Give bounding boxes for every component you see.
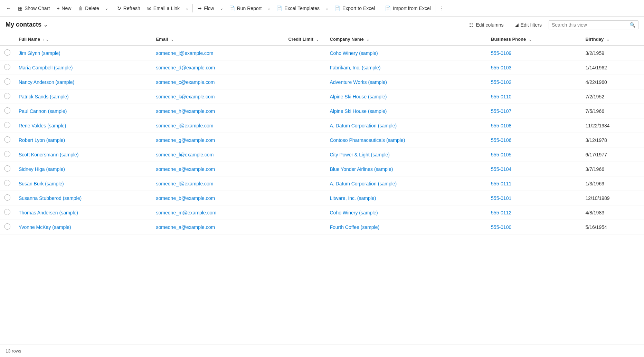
contact-company-link[interactable]: A. Datum Corporation (sample) — [330, 123, 397, 128]
contact-name-link[interactable]: Patrick Sands (sample) — [19, 94, 69, 99]
contact-email-link[interactable]: someone_e@example.com — [156, 166, 215, 172]
flow-button[interactable]: ➥ Flow — [194, 3, 218, 13]
contact-email-link[interactable]: someone_j@example.com — [156, 50, 214, 56]
back-button[interactable]: ← — [3, 3, 15, 13]
contact-email-link[interactable]: someone_c@example.com — [156, 79, 215, 85]
run-report-button[interactable]: 📄 Run Report — [226, 3, 265, 13]
contact-company-link[interactable]: Alpine Ski House (sample) — [330, 108, 387, 114]
row-checkbox[interactable] — [4, 136, 10, 143]
contact-name-link[interactable]: Thomas Andersen (sample) — [19, 210, 78, 215]
row-checkbox[interactable] — [4, 180, 10, 186]
contact-name-link[interactable]: Susanna Stubberod (sample) — [19, 195, 82, 201]
divider-2 — [192, 4, 193, 12]
excel-templates-button[interactable]: 📄 Excel Templates — [273, 3, 323, 13]
contact-company-link[interactable]: Fabrikam, Inc. (sample) — [330, 65, 381, 70]
edit-columns-button[interactable]: ☷ Edit columns — [465, 20, 508, 30]
delete-chevron[interactable]: ⌄ — [103, 3, 111, 13]
col-header-email[interactable]: Email ⌄ — [152, 33, 284, 46]
contact-email-link[interactable]: someone_b@example.com — [156, 195, 215, 201]
contact-phone-link[interactable]: 555-0112 — [491, 210, 511, 215]
select-all-header[interactable] — [0, 33, 15, 46]
contact-name-link[interactable]: Rene Valdes (sample) — [19, 123, 66, 128]
sub-toolbar-right: ☷ Edit columns ◢ Edit filters 🔍 — [465, 20, 638, 30]
back-icon: ← — [6, 6, 11, 11]
contact-phone-link[interactable]: 555-0109 — [491, 50, 511, 56]
col-header-business-phone[interactable]: Business Phone ⌄ — [487, 33, 581, 46]
contact-email-link[interactable]: someone_d@example.com — [156, 65, 215, 70]
contact-name-link[interactable]: Scott Konersmann (sample) — [19, 152, 79, 157]
row-checkbox[interactable] — [4, 122, 10, 128]
row-checkbox[interactable] — [4, 78, 10, 85]
contact-phone-link[interactable]: 555-0108 — [491, 123, 511, 128]
excel-templates-chevron[interactable]: ⌄ — [323, 3, 331, 13]
contact-phone-link[interactable]: 555-0106 — [491, 137, 511, 143]
contact-email-link[interactable]: someone_i@example.com — [156, 123, 214, 128]
email-link-button[interactable]: ✉ Email a Link — [144, 3, 183, 13]
search-input[interactable] — [552, 22, 629, 28]
edit-filters-button[interactable]: ◢ Edit filters — [511, 20, 546, 30]
row-checkbox[interactable] — [4, 93, 10, 99]
contact-name-link[interactable]: Sidney Higa (sample) — [19, 166, 65, 172]
col-header-birthday[interactable]: Birthday ⌄ — [581, 33, 644, 46]
flow-chevron[interactable]: ⌄ — [218, 3, 226, 13]
search-box[interactable]: 🔍 — [549, 20, 638, 29]
contact-phone-link[interactable]: 555-0100 — [491, 224, 511, 230]
run-report-chevron[interactable]: ⌄ — [265, 3, 273, 13]
contact-company-link[interactable]: Coho Winery (sample) — [330, 50, 378, 56]
contact-phone-link[interactable]: 555-0101 — [491, 195, 511, 201]
contact-name-link[interactable]: Paul Cannon (sample) — [19, 108, 67, 114]
contact-name-link[interactable]: Susan Burk (sample) — [19, 181, 64, 186]
contact-name-link[interactable]: Yvonne McKay (sample) — [19, 224, 71, 230]
contact-email-link[interactable]: someone_l@example.com — [156, 181, 214, 186]
export-excel-button[interactable]: 📄 Export to Excel — [331, 3, 378, 13]
col-header-company-name[interactable]: Company Name ⌄ — [326, 33, 487, 46]
contact-phone-link[interactable]: 555-0105 — [491, 152, 511, 157]
row-checkbox[interactable] — [4, 151, 10, 157]
contact-email-link[interactable]: someone_h@example.com — [156, 108, 215, 114]
contact-email-link[interactable]: someone_m@example.com — [156, 210, 217, 215]
contact-email-link[interactable]: someone_k@example.com — [156, 94, 215, 99]
export-icon: 📄 — [334, 6, 340, 11]
contact-company-link[interactable]: Litware, Inc. (sample) — [330, 195, 376, 201]
contact-name-link[interactable]: Robert Lyon (sample) — [19, 137, 65, 143]
contact-company-link[interactable]: Adventure Works (sample) — [330, 79, 387, 85]
contact-email-link[interactable]: someone_g@example.com — [156, 137, 215, 143]
refresh-button[interactable]: ↻ Refresh — [114, 3, 144, 13]
contact-phone-link[interactable]: 555-0104 — [491, 166, 511, 172]
contact-company-link[interactable]: Contoso Pharmaceuticals (sample) — [330, 137, 405, 143]
contact-phone-link[interactable]: 555-0103 — [491, 65, 511, 70]
contact-phone-link[interactable]: 555-0102 — [491, 79, 511, 85]
row-checkbox[interactable] — [4, 49, 10, 56]
contact-phone-link[interactable]: 555-0111 — [491, 181, 511, 186]
contact-phone-link[interactable]: 555-0107 — [491, 108, 511, 114]
delete-button[interactable]: 🗑 Delete — [75, 3, 102, 13]
show-chart-button[interactable]: ▦ Show Chart — [15, 3, 53, 13]
contact-email-link[interactable]: someone_a@example.com — [156, 224, 215, 230]
contact-name-link[interactable]: Jim Glynn (sample) — [19, 50, 60, 56]
contact-phone-link[interactable]: 555-0110 — [491, 94, 511, 99]
row-checkbox[interactable] — [4, 209, 10, 215]
contact-credit-limit — [284, 60, 326, 75]
contact-company-link[interactable]: Alpine Ski House (sample) — [330, 94, 387, 99]
col-header-credit-limit[interactable]: Credit Limit ⌄ — [284, 33, 326, 46]
contact-email-link[interactable]: someone_f@example.com — [156, 152, 214, 157]
email-chevron[interactable]: ⌄ — [183, 3, 191, 13]
row-checkbox[interactable] — [4, 194, 10, 201]
contact-company-link[interactable]: Coho Winery (sample) — [330, 210, 378, 215]
contact-company-link[interactable]: Blue Yonder Airlines (sample) — [330, 166, 393, 172]
row-checkbox[interactable] — [4, 64, 10, 70]
contact-name-link[interactable]: Nancy Anderson (sample) — [19, 79, 74, 85]
contact-company-link[interactable]: Fourth Coffee (sample) — [330, 224, 380, 230]
row-checkbox[interactable] — [4, 165, 10, 172]
new-button[interactable]: + New — [53, 3, 75, 13]
col-header-fullname[interactable]: Full Name ↑ ⌄ — [15, 33, 152, 46]
import-excel-button[interactable]: 📄 Import from Excel — [381, 3, 434, 13]
contact-name-link[interactable]: Maria Campbell (sample) — [19, 65, 73, 70]
more-options-button[interactable]: ⋮ — [437, 3, 446, 13]
contact-company-link[interactable]: City Power & Light (sample) — [330, 152, 390, 157]
row-checkbox[interactable] — [4, 107, 10, 114]
row-checkbox[interactable] — [4, 223, 10, 230]
birthday-sort-icon: ⌄ — [606, 37, 609, 41]
contact-company-link[interactable]: A. Datum Corporation (sample) — [330, 181, 397, 186]
page-title[interactable]: My contacts ⌄ — [6, 21, 48, 28]
